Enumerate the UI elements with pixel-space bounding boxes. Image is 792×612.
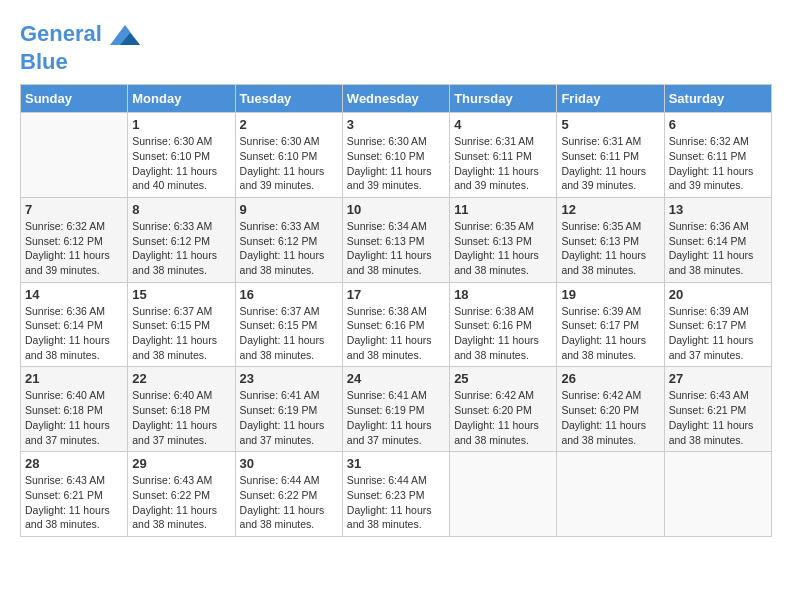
day-cell: 8Sunrise: 6:33 AM Sunset: 6:12 PM Daylig… (128, 197, 235, 282)
day-info: Sunrise: 6:32 AM Sunset: 6:11 PM Dayligh… (669, 134, 767, 193)
week-row-3: 14Sunrise: 6:36 AM Sunset: 6:14 PM Dayli… (21, 282, 772, 367)
day-number: 18 (454, 287, 552, 302)
day-info: Sunrise: 6:30 AM Sunset: 6:10 PM Dayligh… (132, 134, 230, 193)
day-info: Sunrise: 6:38 AM Sunset: 6:16 PM Dayligh… (347, 304, 445, 363)
day-cell (21, 113, 128, 198)
day-info: Sunrise: 6:41 AM Sunset: 6:19 PM Dayligh… (347, 388, 445, 447)
header-monday: Monday (128, 85, 235, 113)
day-number: 3 (347, 117, 445, 132)
day-cell: 13Sunrise: 6:36 AM Sunset: 6:14 PM Dayli… (664, 197, 771, 282)
day-cell: 4Sunrise: 6:31 AM Sunset: 6:11 PM Daylig… (450, 113, 557, 198)
day-cell: 26Sunrise: 6:42 AM Sunset: 6:20 PM Dayli… (557, 367, 664, 452)
day-info: Sunrise: 6:31 AM Sunset: 6:11 PM Dayligh… (561, 134, 659, 193)
day-number: 7 (25, 202, 123, 217)
day-number: 9 (240, 202, 338, 217)
day-cell: 23Sunrise: 6:41 AM Sunset: 6:19 PM Dayli… (235, 367, 342, 452)
day-number: 31 (347, 456, 445, 471)
week-row-5: 28Sunrise: 6:43 AM Sunset: 6:21 PM Dayli… (21, 452, 772, 537)
day-number: 12 (561, 202, 659, 217)
calendar-header-row: SundayMondayTuesdayWednesdayThursdayFrid… (21, 85, 772, 113)
day-cell: 5Sunrise: 6:31 AM Sunset: 6:11 PM Daylig… (557, 113, 664, 198)
header-thursday: Thursday (450, 85, 557, 113)
day-info: Sunrise: 6:35 AM Sunset: 6:13 PM Dayligh… (454, 219, 552, 278)
day-number: 4 (454, 117, 552, 132)
day-info: Sunrise: 6:30 AM Sunset: 6:10 PM Dayligh… (240, 134, 338, 193)
day-cell: 22Sunrise: 6:40 AM Sunset: 6:18 PM Dayli… (128, 367, 235, 452)
day-info: Sunrise: 6:44 AM Sunset: 6:22 PM Dayligh… (240, 473, 338, 532)
day-number: 5 (561, 117, 659, 132)
day-info: Sunrise: 6:42 AM Sunset: 6:20 PM Dayligh… (561, 388, 659, 447)
week-row-4: 21Sunrise: 6:40 AM Sunset: 6:18 PM Dayli… (21, 367, 772, 452)
day-info: Sunrise: 6:43 AM Sunset: 6:21 PM Dayligh… (25, 473, 123, 532)
day-number: 1 (132, 117, 230, 132)
day-cell: 24Sunrise: 6:41 AM Sunset: 6:19 PM Dayli… (342, 367, 449, 452)
day-number: 16 (240, 287, 338, 302)
header-tuesday: Tuesday (235, 85, 342, 113)
day-info: Sunrise: 6:33 AM Sunset: 6:12 PM Dayligh… (240, 219, 338, 278)
day-number: 6 (669, 117, 767, 132)
day-cell: 15Sunrise: 6:37 AM Sunset: 6:15 PM Dayli… (128, 282, 235, 367)
day-number: 21 (25, 371, 123, 386)
day-number: 2 (240, 117, 338, 132)
day-number: 20 (669, 287, 767, 302)
header-wednesday: Wednesday (342, 85, 449, 113)
day-cell: 27Sunrise: 6:43 AM Sunset: 6:21 PM Dayli… (664, 367, 771, 452)
day-info: Sunrise: 6:39 AM Sunset: 6:17 PM Dayligh… (561, 304, 659, 363)
day-info: Sunrise: 6:43 AM Sunset: 6:21 PM Dayligh… (669, 388, 767, 447)
logo-icon (110, 20, 140, 50)
day-number: 15 (132, 287, 230, 302)
week-row-1: 1Sunrise: 6:30 AM Sunset: 6:10 PM Daylig… (21, 113, 772, 198)
day-number: 14 (25, 287, 123, 302)
day-cell: 2Sunrise: 6:30 AM Sunset: 6:10 PM Daylig… (235, 113, 342, 198)
day-cell: 7Sunrise: 6:32 AM Sunset: 6:12 PM Daylig… (21, 197, 128, 282)
day-info: Sunrise: 6:33 AM Sunset: 6:12 PM Dayligh… (132, 219, 230, 278)
day-number: 11 (454, 202, 552, 217)
day-number: 27 (669, 371, 767, 386)
day-info: Sunrise: 6:36 AM Sunset: 6:14 PM Dayligh… (25, 304, 123, 363)
day-cell: 16Sunrise: 6:37 AM Sunset: 6:15 PM Dayli… (235, 282, 342, 367)
day-info: Sunrise: 6:42 AM Sunset: 6:20 PM Dayligh… (454, 388, 552, 447)
day-number: 13 (669, 202, 767, 217)
day-number: 10 (347, 202, 445, 217)
logo-blue: Blue (20, 50, 140, 74)
day-number: 29 (132, 456, 230, 471)
day-info: Sunrise: 6:31 AM Sunset: 6:11 PM Dayligh… (454, 134, 552, 193)
calendar-table: SundayMondayTuesdayWednesdayThursdayFrid… (20, 84, 772, 537)
day-cell: 28Sunrise: 6:43 AM Sunset: 6:21 PM Dayli… (21, 452, 128, 537)
day-cell: 30Sunrise: 6:44 AM Sunset: 6:22 PM Dayli… (235, 452, 342, 537)
header-friday: Friday (557, 85, 664, 113)
header-saturday: Saturday (664, 85, 771, 113)
day-cell: 14Sunrise: 6:36 AM Sunset: 6:14 PM Dayli… (21, 282, 128, 367)
day-info: Sunrise: 6:43 AM Sunset: 6:22 PM Dayligh… (132, 473, 230, 532)
day-cell: 9Sunrise: 6:33 AM Sunset: 6:12 PM Daylig… (235, 197, 342, 282)
day-number: 25 (454, 371, 552, 386)
day-info: Sunrise: 6:40 AM Sunset: 6:18 PM Dayligh… (25, 388, 123, 447)
day-number: 19 (561, 287, 659, 302)
day-number: 30 (240, 456, 338, 471)
day-info: Sunrise: 6:35 AM Sunset: 6:13 PM Dayligh… (561, 219, 659, 278)
header-sunday: Sunday (21, 85, 128, 113)
day-info: Sunrise: 6:41 AM Sunset: 6:19 PM Dayligh… (240, 388, 338, 447)
day-cell (557, 452, 664, 537)
day-cell: 18Sunrise: 6:38 AM Sunset: 6:16 PM Dayli… (450, 282, 557, 367)
day-cell: 12Sunrise: 6:35 AM Sunset: 6:13 PM Dayli… (557, 197, 664, 282)
day-info: Sunrise: 6:40 AM Sunset: 6:18 PM Dayligh… (132, 388, 230, 447)
day-number: 23 (240, 371, 338, 386)
day-info: Sunrise: 6:37 AM Sunset: 6:15 PM Dayligh… (240, 304, 338, 363)
day-cell (450, 452, 557, 537)
day-cell: 29Sunrise: 6:43 AM Sunset: 6:22 PM Dayli… (128, 452, 235, 537)
day-info: Sunrise: 6:44 AM Sunset: 6:23 PM Dayligh… (347, 473, 445, 532)
day-cell: 17Sunrise: 6:38 AM Sunset: 6:16 PM Dayli… (342, 282, 449, 367)
day-cell: 20Sunrise: 6:39 AM Sunset: 6:17 PM Dayli… (664, 282, 771, 367)
day-cell: 31Sunrise: 6:44 AM Sunset: 6:23 PM Dayli… (342, 452, 449, 537)
day-cell: 1Sunrise: 6:30 AM Sunset: 6:10 PM Daylig… (128, 113, 235, 198)
day-number: 8 (132, 202, 230, 217)
day-info: Sunrise: 6:34 AM Sunset: 6:13 PM Dayligh… (347, 219, 445, 278)
logo: General Blue (20, 20, 140, 74)
day-cell: 11Sunrise: 6:35 AM Sunset: 6:13 PM Dayli… (450, 197, 557, 282)
day-number: 24 (347, 371, 445, 386)
day-info: Sunrise: 6:39 AM Sunset: 6:17 PM Dayligh… (669, 304, 767, 363)
week-row-2: 7Sunrise: 6:32 AM Sunset: 6:12 PM Daylig… (21, 197, 772, 282)
day-number: 17 (347, 287, 445, 302)
day-cell: 3Sunrise: 6:30 AM Sunset: 6:10 PM Daylig… (342, 113, 449, 198)
